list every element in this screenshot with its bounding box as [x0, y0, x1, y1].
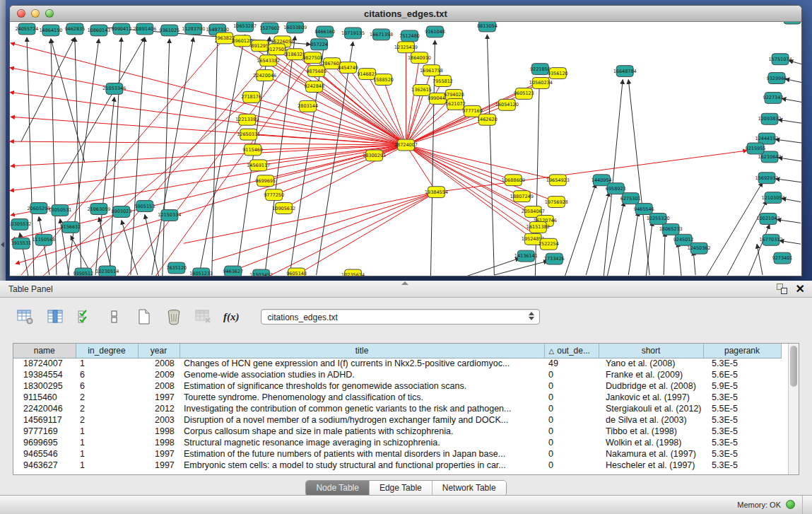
- graph-node[interactable]: 12325419: [394, 42, 418, 53]
- column-header-name[interactable]: name: [13, 344, 76, 358]
- tab-node-table[interactable]: Node Table: [306, 481, 370, 496]
- graph-node[interactable]: 9463627: [223, 266, 243, 276]
- graph-node[interactable]: 7512480: [399, 30, 420, 42]
- column-header-pagerank[interactable]: pagerank: [703, 344, 781, 358]
- graph-node[interactable]: 20605291: [27, 203, 50, 214]
- graph-node[interactable]: 1733426: [544, 253, 565, 264]
- graph-node[interactable]: 19756928: [545, 197, 568, 208]
- graph-node[interactable]: 8813054: [477, 22, 498, 32]
- graph-node[interactable]: 12093832: [758, 113, 782, 124]
- graph-node[interactable]: 9462835: [64, 23, 85, 35]
- graph-node[interactable]: 16543382: [257, 55, 280, 66]
- graph-node[interactable]: 15751074: [769, 54, 792, 65]
- vertical-scrollbar[interactable]: [788, 344, 799, 474]
- graph-node[interactable]: 10235614: [341, 269, 365, 276]
- table-row[interactable]: 946554611997Estimation of the future num…: [13, 448, 781, 460]
- graph-node[interactable]: 24055724: [15, 23, 38, 35]
- function-builder-icon[interactable]: f(x): [223, 311, 240, 323]
- graph-node[interactable]: 9127505: [266, 44, 287, 55]
- float-panel-icon[interactable]: [777, 284, 787, 294]
- graph-node[interactable]: 8454749: [338, 62, 358, 74]
- graph-node[interactable]: 9356120: [548, 68, 568, 79]
- graph-node[interactable]: 7955812: [433, 76, 453, 87]
- graph-node[interactable]: 1588520: [373, 74, 394, 86]
- graph-node[interactable]: 9161048: [425, 26, 445, 37]
- graph-node[interactable]: 16770312: [760, 234, 783, 245]
- graph-node[interactable]: 16648784: [613, 66, 637, 77]
- table-row[interactable]: 1938455462009Genome-wide association stu…: [13, 369, 781, 380]
- table-selector-dropdown[interactable]: citations_edges.txt: [261, 309, 540, 325]
- graph-node[interactable]: 9875685: [306, 66, 326, 77]
- graph-node[interactable]: 18300295: [363, 150, 386, 161]
- graph-node[interactable]: 6275301: [620, 193, 641, 204]
- graph-node[interactable]: 16051233: [189, 268, 213, 276]
- graph-node[interactable]: 20891406: [133, 23, 156, 35]
- graph-node[interactable]: 10719135: [341, 28, 365, 39]
- graph-node[interactable]: 19654923: [546, 175, 570, 186]
- graph-node[interactable]: 12103054: [762, 192, 785, 204]
- graph-node[interactable]: 11283790: [182, 23, 205, 35]
- graph-node[interactable]: 12650331: [237, 129, 260, 140]
- graph-node[interactable]: 10688609: [502, 175, 525, 186]
- new-table-icon[interactable]: [134, 308, 154, 326]
- table-row[interactable]: 2242004622012Investigating the contribut…: [13, 403, 781, 414]
- graph-node[interactable]: 16151382: [526, 221, 550, 233]
- table-row[interactable]: 946362711997Embryonic stem cells: a mode…: [13, 460, 781, 471]
- graph-node[interactable]: 9610234: [782, 22, 801, 24]
- graph-node[interactable]: 12450362: [688, 243, 711, 254]
- graph-node[interactable]: 8466160: [314, 26, 335, 37]
- table-row[interactable]: 1872400712008Changes of HCN gene express…: [13, 358, 781, 369]
- graph-node[interactable]: 10560234: [529, 78, 553, 89]
- graph-node[interactable]: 9227343: [763, 92, 784, 103]
- graph-node[interactable]: 10230514: [95, 266, 119, 276]
- table-row[interactable]: 911546021997Tourette syndrome. Phenomeno…: [13, 392, 781, 403]
- graph-node[interactable]: 8960128: [232, 35, 252, 47]
- graph-node[interactable]: 9156632: [60, 221, 81, 233]
- graph-node[interactable]: 12213389: [235, 114, 259, 125]
- graph-node[interactable]: 10255320: [647, 213, 670, 224]
- graph-node[interactable]: 16033809: [283, 22, 307, 33]
- graph-node[interactable]: 9273401: [772, 252, 793, 264]
- graph-node[interactable]: 9827508: [302, 52, 323, 64]
- table-row[interactable]: 1456911722003Disruption of a novel membe…: [13, 414, 781, 426]
- graph-node[interactable]: 9605148: [286, 268, 307, 276]
- column-header-year[interactable]: year: [138, 344, 180, 358]
- delete-table-icon[interactable]: [164, 308, 184, 326]
- graph-node[interactable]: 11503452: [249, 269, 273, 276]
- graph-node[interactable]: 10905632: [272, 203, 295, 214]
- citation-network-graph[interactable]: 2405572414864150946283510860143899041220…: [10, 22, 801, 276]
- graph-node[interactable]: 8903023: [111, 206, 131, 218]
- collapse-arrow-icon[interactable]: [1, 242, 4, 247]
- column-header-short[interactable]: short: [599, 344, 703, 358]
- graph-node[interactable]: 7635120: [166, 262, 187, 274]
- graph-node[interactable]: 857224: [310, 39, 328, 50]
- graph-node[interactable]: 15692931: [755, 173, 779, 184]
- graph-node[interactable]: 9699695: [255, 175, 276, 187]
- graph-node[interactable]: 18807249: [510, 191, 534, 202]
- table-row[interactable]: 1830029562008Estimation of significance …: [13, 380, 781, 392]
- tab-edge-table[interactable]: Edge Table: [370, 481, 433, 496]
- graph-node[interactable]: 21053346: [102, 83, 126, 95]
- graph-node[interactable]: 22420046: [253, 70, 276, 81]
- merge-rows-icon[interactable]: [105, 308, 124, 326]
- graph-node[interactable]: 9115460: [242, 144, 263, 156]
- graph-node[interactable]: 21063059: [87, 204, 110, 215]
- table-settings-icon[interactable]: [16, 308, 35, 326]
- select-columns-icon[interactable]: [45, 308, 65, 326]
- column-header-out_degree[interactable]: △out_de...: [544, 344, 599, 358]
- graph-node[interactable]: 18724007: [394, 139, 418, 151]
- graph-node[interactable]: 5905153: [134, 201, 155, 212]
- graph-node[interactable]: 16054120: [495, 99, 519, 110]
- graph-node[interactable]: 9329966: [767, 73, 787, 84]
- graph-node[interactable]: 9777250: [264, 189, 284, 201]
- graph-node[interactable]: 18065233: [659, 223, 683, 235]
- column-header-in_degree[interactable]: in_degree: [76, 344, 138, 358]
- resize-grip-icon[interactable]: [401, 281, 408, 285]
- graph-node[interactable]: 1527602: [259, 23, 280, 34]
- graph-node[interactable]: 9465546: [634, 204, 654, 215]
- graph-node[interactable]: 11150568: [32, 234, 55, 245]
- graph-node[interactable]: 10653287: [233, 22, 257, 32]
- graph-node[interactable]: 16961758: [420, 65, 443, 76]
- graph-node[interactable]: 14569117: [247, 160, 270, 171]
- graph-node[interactable]: 9361025: [159, 25, 180, 36]
